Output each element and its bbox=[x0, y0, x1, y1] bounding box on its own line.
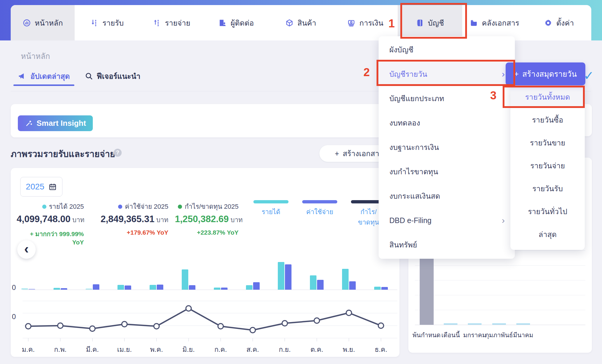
month-label: พ.ย. bbox=[336, 344, 362, 355]
bar-รายได้-ธ.ค.[interactable] bbox=[374, 287, 381, 290]
line-marker-พ.ย.[interactable] bbox=[346, 310, 352, 316]
bar-ค่าใช้จ่าย-มี.ค.[interactable] bbox=[93, 284, 99, 290]
menu-item-label: งบฐานะการเงิน bbox=[389, 141, 439, 153]
bar-รายได้-ก.ย.[interactable] bbox=[278, 262, 284, 290]
submenu-item-รายวันทั้งหมด[interactable]: รายวันทั้งหมด bbox=[510, 85, 585, 108]
outstanding-bar-เดือนนี้[interactable] bbox=[444, 323, 457, 325]
tab-recommended-features[interactable]: ฟีเจอร์แนะนำ bbox=[85, 70, 140, 82]
menu-item-DBD e-Filing[interactable]: DBD e-Filing› bbox=[379, 208, 515, 233]
bar-ค่าใช้จ่าย-ก.ค.[interactable] bbox=[221, 288, 228, 290]
submenu-item-รายวันรับ[interactable]: รายวันรับ bbox=[510, 177, 585, 200]
stat-value: 2,849,365.31บาท bbox=[97, 214, 168, 225]
outstanding-bar-มีนาคม[interactable] bbox=[516, 323, 530, 325]
bar-รายได้-พ.ย.[interactable] bbox=[342, 269, 349, 290]
baseline bbox=[415, 325, 585, 325]
bar-zero-label: 0 bbox=[12, 283, 16, 292]
nav-item-documents[interactable]: คลังเอกสาร bbox=[462, 5, 527, 40]
bar-ค่าใช้จ่าย-พ.ย.[interactable] bbox=[349, 281, 356, 290]
bar-รายได้-ก.ค.[interactable] bbox=[214, 288, 220, 290]
bar-รายได้-มิ.ย.[interactable] bbox=[182, 269, 188, 290]
submenu-item-รายวันจ่าย[interactable]: รายวันจ่าย bbox=[510, 154, 585, 177]
overview-section-title: ภาพรวมรายรับและรายจ่าย bbox=[11, 147, 115, 161]
nav-item-accounting[interactable]: บัญชี bbox=[398, 5, 462, 40]
nav-item-dashboard[interactable]: หน้าหลัก bbox=[11, 5, 75, 40]
tab-label: อัปเดตล่าสุด bbox=[30, 70, 70, 82]
menu-item-งบฐานะการเงิน[interactable]: งบฐานะการเงิน bbox=[379, 135, 515, 159]
nav-item-expense[interactable]: รายจ่าย bbox=[139, 5, 204, 40]
bar-ค่าใช้จ่าย-ก.ย.[interactable] bbox=[285, 264, 291, 290]
menu-item-งบกำไรขาดทุน[interactable]: งบกำไรขาดทุน bbox=[379, 159, 515, 184]
month-label: เม.ย. bbox=[111, 344, 138, 355]
legend-tab-0[interactable]: รายได้ bbox=[253, 200, 289, 217]
outstanding-label: มีนาคม bbox=[505, 330, 541, 340]
month-label: มิ.ย. bbox=[175, 344, 202, 355]
menu-item-label: ผังบัญชี bbox=[389, 44, 413, 56]
menu-item-label: งบกระแสเงินสด bbox=[389, 190, 440, 202]
month-label: ม.ค. bbox=[15, 344, 42, 355]
year-selector[interactable]: 2025 bbox=[20, 177, 62, 197]
bar-รายได้-ต.ค.[interactable] bbox=[310, 275, 316, 290]
smart-insight-button[interactable]: Smart Insight bbox=[18, 115, 93, 131]
breadcrumb: หน้าหลัก bbox=[21, 50, 50, 62]
submenu-item-รายวันทั่วไป[interactable]: รายวันทั่วไป bbox=[510, 200, 585, 223]
submenu-item-รายวันซื้อ[interactable]: รายวันซื้อ bbox=[510, 108, 585, 131]
month-axis: ม.ค.ก.พ.มี.ค.เม.ย.พ.ค.มิ.ย.ก.ค.ส.ค.ก.ย.ต… bbox=[23, 344, 397, 353]
line-marker-พ.ค.[interactable] bbox=[154, 324, 159, 329]
submenu-item-รายวันขาย[interactable]: รายวันขาย bbox=[510, 131, 585, 154]
line-marker-มิ.ย.[interactable] bbox=[186, 306, 191, 311]
menu-item-ผังบัญชี[interactable]: ผังบัญชี bbox=[379, 37, 515, 62]
stat-dot-icon bbox=[118, 205, 122, 209]
stat-dot-icon bbox=[42, 205, 46, 209]
bar-ค่าใช้จ่าย-ส.ค.[interactable] bbox=[253, 282, 260, 290]
nav-item-settings[interactable]: ตั้งค่า bbox=[527, 5, 591, 40]
create-journal-label: สร้างสมุดรายวัน bbox=[522, 68, 577, 80]
nav-item-contacts[interactable]: ผู้ติดต่อ bbox=[204, 5, 268, 40]
app-screen: หน้าหลัก รายรับ รายจ่าย ผู้ติดต่อ สินค้า… bbox=[0, 0, 602, 364]
line-marker-ม.ค.[interactable] bbox=[26, 324, 31, 329]
bar-รายได้-ส.ค.[interactable] bbox=[246, 285, 253, 290]
month-label: มี.ค. bbox=[79, 344, 106, 355]
submenu-item-label: รายวันจ่าย bbox=[530, 160, 565, 172]
bar-ค่าใช้จ่าย-ธ.ค.[interactable] bbox=[381, 287, 388, 290]
menu-item-บัญชีรายวัน[interactable]: บัญชีรายวัน› bbox=[379, 62, 515, 86]
create-journal-button[interactable]: + สร้างสมุดรายวัน bbox=[506, 62, 585, 85]
line-marker-ก.ค.[interactable] bbox=[218, 324, 223, 329]
bar-baseline bbox=[23, 290, 397, 290]
line-marker-ก.พ.[interactable] bbox=[58, 323, 63, 328]
submenu-item-label: รายวันทั้งหมด bbox=[525, 91, 570, 103]
bar-ค่าใช้จ่าย-ต.ค.[interactable] bbox=[317, 280, 324, 290]
nav-label: คลังเอกสาร bbox=[482, 17, 519, 29]
nav-item-product[interactable]: สินค้า bbox=[268, 5, 333, 40]
bar-ค่าใช้จ่าย-ม.ค.[interactable] bbox=[29, 289, 35, 290]
line-marker-ธ.ค.[interactable] bbox=[378, 323, 384, 328]
bar-รายได้-เม.ย.[interactable] bbox=[117, 285, 124, 290]
outstanding-bar-กุมภาพันธ์[interactable] bbox=[492, 323, 506, 325]
line-marker-ต.ค.[interactable] bbox=[314, 318, 319, 323]
bar-รายได้-พ.ค.[interactable] bbox=[150, 285, 156, 290]
bar-ค่าใช้จ่าย-มิ.ย.[interactable] bbox=[189, 285, 195, 290]
tab-latest-updates[interactable]: อัปเดตล่าสุด bbox=[18, 70, 70, 82]
chart-back-button[interactable]: ‹ bbox=[17, 240, 36, 259]
line-marker-ส.ค.[interactable] bbox=[250, 327, 255, 333]
line-marker-เม.ย.[interactable] bbox=[122, 321, 127, 327]
accounting-icon bbox=[416, 19, 424, 27]
bar-รายได้-ม.ค.[interactable] bbox=[21, 288, 28, 290]
bar-รายได้-ก.พ.[interactable] bbox=[54, 288, 60, 290]
finance-icon bbox=[347, 19, 355, 27]
stat-value: 1,250,382.69บาท bbox=[175, 214, 239, 225]
line-marker-มี.ค.[interactable] bbox=[90, 326, 95, 331]
submenu-item-ล่าสุด[interactable]: ล่าสุด bbox=[510, 223, 585, 246]
help-icon[interactable]: ? bbox=[114, 149, 122, 157]
bar-รายได้-มี.ค.[interactable] bbox=[86, 288, 92, 290]
menu-item-งบกระแสเงินสด[interactable]: งบกระแสเงินสด bbox=[379, 184, 515, 208]
nav-item-income[interactable]: รายรับ bbox=[75, 5, 139, 40]
line-marker-ก.ย.[interactable] bbox=[282, 321, 287, 326]
bar-ค่าใช้จ่าย-พ.ค.[interactable] bbox=[157, 285, 163, 290]
legend-tab-1[interactable]: ค่าใช้จ่าย bbox=[302, 200, 337, 217]
outstanding-bar-มกราคม[interactable] bbox=[468, 323, 482, 325]
bar-ค่าใช้จ่าย-เม.ย.[interactable] bbox=[125, 285, 131, 290]
bar-ค่าใช้จ่าย-ก.พ.[interactable] bbox=[61, 288, 67, 290]
menu-item-งบทดลอง[interactable]: งบทดลอง bbox=[379, 111, 515, 135]
menu-item-สินทรัพย์[interactable]: สินทรัพย์ bbox=[379, 233, 515, 257]
nav-item-finance[interactable]: การเงิน bbox=[333, 5, 398, 40]
